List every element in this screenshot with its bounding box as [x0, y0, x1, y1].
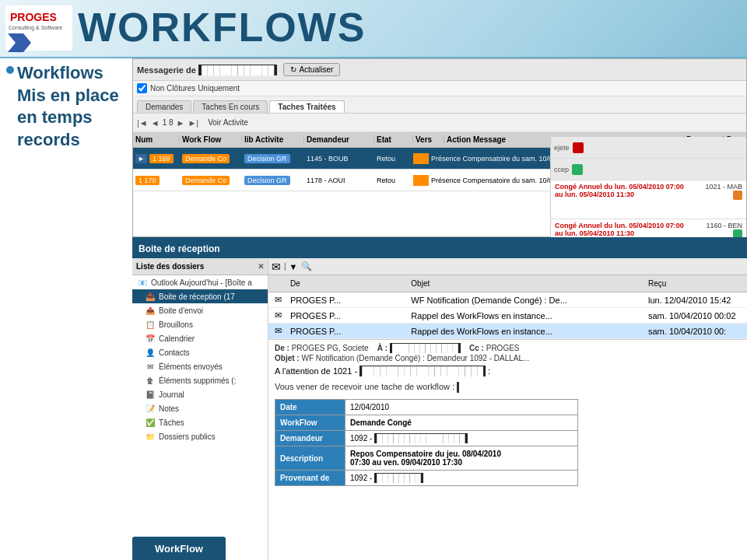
preview-workflow-text: Vous vener de recevoir une tache de work… [275, 382, 741, 393]
preview-from: De : PROGES PG, Societe À : ████████████… [275, 344, 741, 352]
journal-icon: 📓 [144, 388, 156, 401]
public-folders-icon: 📁 [144, 430, 156, 443]
outlook-panel: Messagerie de ████████████ ↻ Actualiser … [132, 58, 747, 560]
email-date: sam. 10/04/2010 00:02 [646, 311, 747, 320]
left-panel: Workflows Mis en place en temps records [0, 58, 132, 560]
pt-label-provenant: Provenant de [275, 471, 345, 486]
boite-title: Boite de réception [139, 243, 220, 254]
non-clotures-row: Non Clôtures Uniquement [133, 81, 746, 96]
col-date: Reçu [646, 279, 747, 288]
email-icon: ✉ [268, 295, 288, 305]
col-vers[interactable]: Vers [413, 135, 444, 144]
messagerie-title: Messagerie de ████████████ [137, 65, 277, 75]
pt-label-date: Date [275, 400, 345, 415]
tree-item-brouillons[interactable]: 📋 Brouillons [132, 317, 268, 331]
col-demandeur[interactable]: Demandeur [304, 135, 374, 144]
workflow-badge: WorkFlow [132, 537, 226, 560]
nav-next[interactable]: ► [177, 118, 185, 128]
tree-item-notes[interactable]: 📝 Notes [132, 401, 268, 415]
refresh-icon: ↻ [290, 65, 296, 74]
tree-item-elements-supprimes[interactable]: 🗑 Éléments supprimés (: [132, 373, 268, 387]
non-clotures-checkbox[interactable] [137, 83, 147, 93]
nav-prev[interactable]: ◄ [151, 118, 160, 128]
table-row: Date 12/04/2010 [275, 400, 578, 415]
outbox-icon: 📤 [144, 304, 156, 317]
workflow-label: WorkFlow [155, 543, 203, 555]
pt-value-workflow: Demande Congé [345, 415, 578, 431]
col-etat[interactable]: Etat [374, 135, 413, 144]
search-icon[interactable]: 🔍 [301, 261, 312, 271]
email-date: sam. 10/04/2010 00: [646, 327, 747, 336]
email-subject: WF Notification (Demande Congé) : De... [409, 296, 646, 305]
table-row: WorkFlow Demande Congé [275, 415, 578, 431]
nav-first[interactable]: |◄ [137, 118, 148, 128]
inbox-icon: 📥 [144, 290, 156, 303]
tree-item-calendrier[interactable]: 📅 Calendrier [132, 331, 268, 345]
msg-toolbar: Messagerie de ████████████ ↻ Actualiser [133, 59, 746, 81]
tree-item-boite-reception[interactable]: 📥 Boite de réception (17 [132, 289, 268, 303]
msg-tabs: Demandes Taches En cours Taches Traitées [133, 96, 746, 114]
pt-value-provenant: 1092 - ████████ [345, 471, 578, 486]
pt-label-demandeur: Demandeur [275, 431, 345, 446]
tree-item-outlook[interactable]: 📧 Outlook Aujourd'hui - [Boîte a [132, 275, 268, 289]
email-from: PROGES P... [288, 311, 409, 320]
msg-nav: |◄ ◄ 1 8 ► ►| Voir Activite [133, 114, 746, 132]
email-icon: ✉ [268, 310, 288, 320]
table-row: Provenant de 1092 - ████████ [275, 471, 578, 486]
cell-num: 1 170 [133, 175, 180, 185]
voir-activite-btn[interactable]: Voir Activite [208, 118, 248, 127]
messagerie-section: Messagerie de ████████████ ↻ Actualiser … [132, 58, 747, 237]
email-panel: ✉ | ▼ 🔍 De Objet Reçu ✉ PROGES P... WF N… [268, 258, 747, 560]
email-row[interactable]: ✉ PROGES P... WF Notification (Demande C… [268, 292, 747, 308]
tree-item-dossiers-publics[interactable]: 📁 Dossiers publics [132, 429, 268, 443]
new-email-icon[interactable]: ✉ [272, 261, 281, 273]
email-from: PROGES P... [288, 327, 409, 336]
table-row: Demandeur 1092 - ████████████████ [275, 431, 578, 446]
email-row[interactable]: ✉ PROGES P... Rappel des WorkFlows en in… [268, 324, 747, 339]
tab-taches-traitees[interactable]: Taches Traitées [269, 100, 344, 113]
num-badge: 1 169 [149, 154, 174, 163]
email-icon: ✉ [268, 326, 288, 336]
filter-icon[interactable]: ▼ [289, 262, 298, 271]
tree-item-boite-envoi[interactable]: 📤 Boite d'envoi [132, 303, 268, 317]
pt-value-date: 12/04/2010 [345, 400, 578, 415]
close-folder-btn[interactable]: ✕ [258, 262, 264, 271]
tree-item-taches[interactable]: ✅ Tâches [132, 415, 268, 429]
right-status-row: Congé Annuel du lun. 05/04/2010 07:00 au… [551, 180, 746, 219]
svg-text:PROGES: PROGES [10, 11, 57, 23]
tasks-icon: ✅ [144, 416, 156, 429]
email-toolbar: ✉ | ▼ 🔍 [268, 258, 747, 275]
sent-icon: ✉ [144, 360, 156, 373]
pt-label-description: Description [275, 446, 345, 471]
col-activite[interactable]: lib Activite [242, 135, 304, 144]
preview-subject: Objet : WF Notification (Demande Congé) … [275, 354, 741, 362]
boite-body: Liste des dossiers ✕ 📧 Outlook Aujourd'h… [132, 258, 747, 560]
email-preview: De : PROGES PG, Societe À : ████████████… [268, 339, 747, 560]
email-list-header: De Objet Reçu [268, 275, 747, 292]
col-num[interactable]: Num [133, 135, 180, 144]
tree-item-journal[interactable]: 📓 Journal [132, 387, 268, 401]
drafts-icon: 📋 [144, 318, 156, 331]
right-row-ref: 1160 - BEN [688, 222, 742, 229]
pt-value-description: Repos Compensatoire du jeu. 08/04/201007… [345, 446, 578, 471]
trash-icon: 🗑 [144, 374, 156, 387]
email-row[interactable]: ✉ PROGES P... Rappel des WorkFlows en in… [268, 308, 747, 324]
notes-icon: 📝 [144, 402, 156, 415]
email-from: PROGES P... [288, 296, 409, 305]
tree-item-elements-envoyes[interactable]: ✉ Éléments envoyés [132, 359, 268, 373]
tab-demandes[interactable]: Demandes [137, 100, 191, 113]
nav-last[interactable]: ►| [188, 118, 198, 128]
folder-list-header: Liste des dossiers ✕ [132, 258, 268, 275]
header: PROGES Consulting & Software WORKFLOWS [0, 0, 747, 58]
non-clotures-label: Non Clôtures Uniquement [150, 84, 240, 93]
tree-item-contacts[interactable]: 👤 Contacts [132, 345, 268, 359]
folder-tree: Liste des dossiers ✕ 📧 Outlook Aujourd'h… [132, 258, 268, 560]
preview-table: Date 12/04/2010 WorkFlow Demande Congé D… [275, 399, 578, 486]
right-row-ref: 1021 - MAB [688, 183, 742, 191]
contacts-icon: 👤 [144, 346, 156, 359]
tab-taches-en-cours[interactable]: Taches En cours [193, 100, 268, 113]
email-date: lun. 12/04/2010 15:42 [646, 296, 747, 305]
right-row: ccep [551, 159, 746, 180]
col-workflow[interactable]: Work Flow [180, 135, 242, 144]
refresh-button[interactable]: ↻ Actualiser [283, 63, 340, 76]
